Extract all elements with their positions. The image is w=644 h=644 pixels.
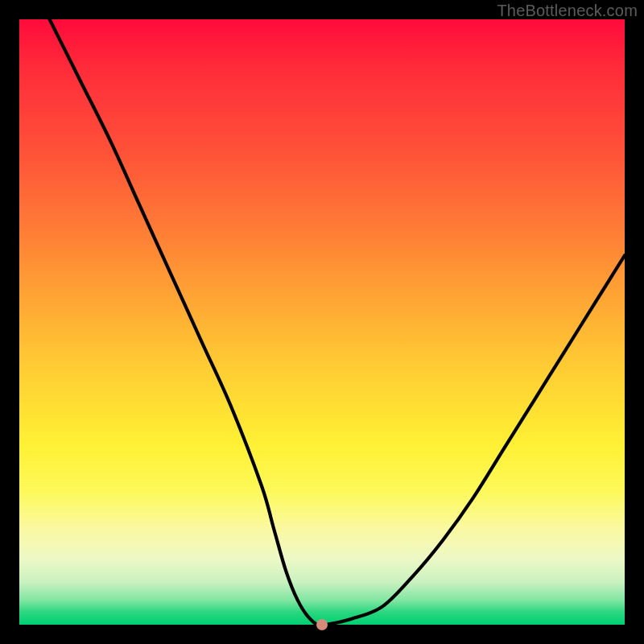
bottleneck-curve [19, 19, 625, 625]
plot-area [19, 19, 625, 625]
watermark-text: TheBottleneck.com [497, 2, 638, 20]
optimal-point-marker [316, 619, 328, 630]
chart-frame: TheBottleneck.com [0, 0, 644, 644]
